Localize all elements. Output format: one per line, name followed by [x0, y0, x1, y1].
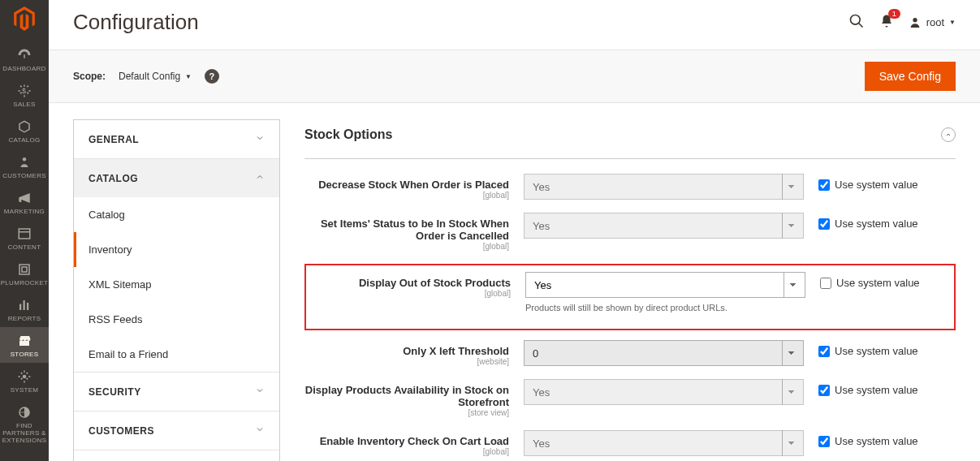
- nav-stores[interactable]: STORES: [0, 327, 49, 363]
- sidebar-item-rss-feeds[interactable]: RSS Feeds: [74, 302, 279, 337]
- input-only-x: [524, 340, 804, 366]
- highlight-display-oos: Display Out of Stock Products[global] Ye…: [304, 264, 956, 330]
- select-decrease-stock: Yes: [524, 174, 804, 200]
- nav-find-partners[interactable]: FIND PARTNERS & EXTENSIONS: [0, 399, 49, 449]
- chevron-down-icon: [255, 133, 265, 145]
- svg-rect-7: [24, 300, 25, 310]
- svg-rect-8: [27, 303, 28, 310]
- svg-rect-4: [19, 265, 29, 274]
- checkbox-set-instock-system[interactable]: [818, 218, 830, 230]
- caret-down-icon: ▼: [185, 73, 192, 80]
- username: root: [926, 16, 944, 28]
- nav-content[interactable]: CONTENT: [0, 220, 49, 256]
- chevron-up-icon: [255, 172, 265, 184]
- select-inv-check: Yes: [524, 430, 804, 456]
- checkbox-display-avail-system[interactable]: [818, 385, 830, 396]
- field-set-instock: Set Items' Status to be In Stock When Or…: [304, 213, 956, 251]
- magento-logo: [14, 6, 35, 33]
- config-sidebar: GENERAL CATALOG Catalog Inventory XML Si…: [73, 119, 280, 461]
- checkbox-inv-check-system[interactable]: [818, 436, 830, 447]
- sidebar-item-email-friend[interactable]: Email to a Friend: [74, 337, 279, 372]
- select-display-avail: Yes: [524, 379, 804, 405]
- svg-rect-2: [19, 229, 30, 239]
- checkbox-display-oos-system[interactable]: [820, 278, 831, 289]
- collapse-icon[interactable]: [941, 127, 956, 142]
- field-display-avail: Display Products Availability in Stock o…: [304, 379, 956, 417]
- nav-marketing[interactable]: MARKETING: [0, 184, 49, 220]
- svg-point-13: [913, 18, 917, 22]
- chevron-down-icon: [255, 424, 265, 437]
- sidebar-section-security[interactable]: SECURITY: [74, 373, 279, 411]
- sidebar-section-general[interactable]: GENERAL: [74, 120, 279, 158]
- notifications-button[interactable]: 1: [879, 14, 894, 31]
- sidebar-section-catalog[interactable]: CATALOG: [74, 159, 279, 197]
- svg-point-11: [850, 15, 860, 25]
- scope-label: Scope:: [73, 71, 106, 82]
- field-decrease-stock: Decrease Stock When Order is Placed[glob…: [304, 174, 956, 200]
- field-only-x: Only X left Threshold[website] Use syste…: [304, 340, 956, 366]
- notification-count: 1: [888, 9, 900, 19]
- sidebar-section-sales[interactable]: SALES: [74, 450, 279, 461]
- nav-sales[interactable]: $SALES: [0, 77, 49, 113]
- field-display-oos: Display Out of Stock Products[global] Ye…: [306, 272, 954, 312]
- svg-text:$: $: [22, 87, 26, 95]
- select-set-instock: Yes: [524, 213, 804, 239]
- nav-dashboard[interactable]: DASHBOARD: [0, 41, 49, 77]
- search-icon[interactable]: [848, 13, 865, 32]
- save-config-button[interactable]: Save Config: [865, 62, 956, 91]
- select-display-oos[interactable]: Yes: [525, 272, 805, 298]
- checkbox-decrease-stock-system[interactable]: [818, 179, 830, 191]
- sidebar-item-catalog[interactable]: Catalog: [74, 197, 279, 232]
- page-title: Configuration: [73, 10, 199, 35]
- nav-catalog[interactable]: CATALOG: [0, 113, 49, 149]
- admin-nav: DASHBOARD $SALES CATALOG CUSTOMERS MARKE…: [0, 0, 49, 461]
- sidebar-section-customers[interactable]: CUSTOMERS: [74, 411, 279, 450]
- config-form: Stock Options Decrease Stock When Order …: [304, 119, 956, 461]
- chevron-down-icon: [255, 386, 265, 398]
- sidebar-item-xml-sitemap[interactable]: XML Sitemap: [74, 267, 279, 302]
- svg-rect-6: [19, 304, 21, 311]
- nav-reports[interactable]: REPORTS: [0, 291, 49, 327]
- checkbox-only-x-system[interactable]: [818, 346, 830, 357]
- svg-point-9: [23, 375, 27, 379]
- nav-system[interactable]: SYSTEM: [0, 363, 49, 399]
- svg-line-12: [858, 24, 862, 28]
- section-heading: Stock Options: [304, 127, 392, 142]
- sidebar-item-inventory[interactable]: Inventory: [74, 232, 279, 267]
- nav-customers[interactable]: CUSTOMERS: [0, 149, 49, 184]
- user-menu[interactable]: root ▼: [909, 16, 956, 29]
- field-inv-check: Enable Inventory Check On Cart Load[glob…: [304, 430, 956, 461]
- nav-plumrocket[interactable]: PLUMROCKET: [0, 256, 49, 291]
- svg-point-1: [23, 157, 27, 162]
- scope-selector[interactable]: Default Config ▼: [119, 71, 192, 82]
- svg-rect-5: [22, 267, 27, 272]
- help-icon[interactable]: ?: [205, 69, 219, 84]
- caret-down-icon: ▼: [949, 19, 956, 26]
